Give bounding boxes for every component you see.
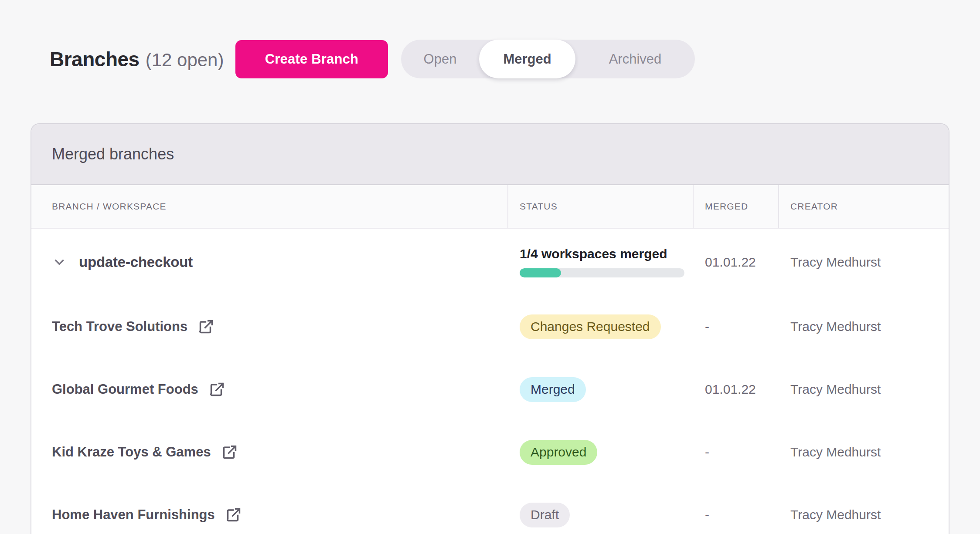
workspace-status-cell: Merged [508,358,694,421]
workspace-name-cell: Tech Trove Solutions [31,295,508,358]
merged-date: - [705,445,709,460]
workspace-name: Tech Trove Solutions [52,319,187,335]
page-title: Branches [50,47,140,71]
progress-bar [520,268,684,277]
workspace-merged-cell: - [694,483,779,534]
merged-date: 01.01.22 [705,255,756,270]
tab-archived[interactable]: Archived [575,40,695,78]
progress-bar-fill [520,268,561,277]
branch-merged-cell: 01.01.22 [694,229,779,295]
external-link-icon[interactable] [225,507,242,523]
table-row[interactable]: Home Haven Furnishings Draft - Tracy Med… [31,483,949,534]
column-header-branch-workspace: BRANCH / WORKSPACE [31,185,508,228]
workspace-merged-cell: - [694,295,779,358]
status-badge: Draft [520,503,570,527]
branch-name: update-checkout [79,254,193,270]
tab-merged[interactable]: Merged [479,40,575,78]
workspace-status-cell: Approved [508,421,694,483]
workspace-creator-cell: Tracy Medhurst [779,358,949,421]
branches-page: Branches (12 open) Create Branch Open Me… [0,0,980,534]
creator-name: Tracy Medhurst [790,319,881,334]
column-header-creator: CREATOR [779,185,949,228]
table-header-row: BRANCH / WORKSPACE STATUS MERGED CREATOR [31,185,949,229]
branch-name-cell: update-checkout [31,229,508,295]
column-header-status: STATUS [508,185,694,228]
page-title-group: Branches (12 open) [50,47,235,71]
workspace-name-cell: Global Gourmet Foods [31,358,508,421]
creator-name: Tracy Medhurst [790,382,881,397]
status-badge: Changes Requested [520,314,661,339]
external-link-icon[interactable] [209,381,225,398]
branch-status-cell: 1/4 workspaces merged [508,229,694,295]
workspace-merged-cell: 01.01.22 [694,358,779,421]
open-count-label: (12 open) [146,50,224,71]
workspace-name: Kid Kraze Toys & Games [52,444,211,460]
external-link-icon[interactable] [221,444,238,460]
workspace-creator-cell: Tracy Medhurst [779,421,949,483]
merged-branches-card: Merged branches BRANCH / WORKSPACE STATU… [31,123,949,534]
merged-date: - [705,507,709,522]
card-title: Merged branches [52,145,174,163]
status-badge: Merged [520,377,586,402]
chevron-down-icon[interactable] [52,255,67,270]
creator-name: Tracy Medhurst [790,445,881,460]
creator-name: Tracy Medhurst [790,507,881,522]
creator-name: Tracy Medhurst [790,255,881,270]
workspace-name-cell: Kid Kraze Toys & Games [31,421,508,483]
status-badge: Approved [520,440,597,465]
tab-open[interactable]: Open [401,40,479,78]
workspace-status-cell: Draft [508,483,694,534]
merge-progress: 1/4 workspaces merged [520,247,684,277]
branch-filter-tabs: Open Merged Archived [401,40,695,78]
table-row[interactable]: Global Gourmet Foods Merged 01.01.22 Tra… [31,358,949,421]
topbar: Branches (12 open) Create Branch Open Me… [31,40,949,78]
workspace-creator-cell: Tracy Medhurst [779,483,949,534]
branch-row[interactable]: update-checkout 1/4 workspaces merged 01… [31,229,949,295]
workspace-name: Global Gourmet Foods [52,382,198,397]
merge-progress-label: 1/4 workspaces merged [520,247,684,261]
workspace-creator-cell: Tracy Medhurst [779,295,949,358]
card-header: Merged branches [31,124,949,185]
column-header-merged: MERGED [694,185,779,228]
workspace-merged-cell: - [694,421,779,483]
merged-date: 01.01.22 [705,382,756,397]
workspace-status-cell: Changes Requested [508,295,694,358]
external-link-icon[interactable] [198,318,214,335]
branch-creator-cell: Tracy Medhurst [779,229,949,295]
workspace-name-cell: Home Haven Furnishings [31,483,508,534]
workspace-name: Home Haven Furnishings [52,507,215,523]
merged-date: - [705,319,709,334]
table-row[interactable]: Kid Kraze Toys & Games Approved - Tracy … [31,421,949,483]
table-row[interactable]: Tech Trove Solutions Changes Requested -… [31,295,949,358]
create-branch-button[interactable]: Create Branch [235,40,388,78]
